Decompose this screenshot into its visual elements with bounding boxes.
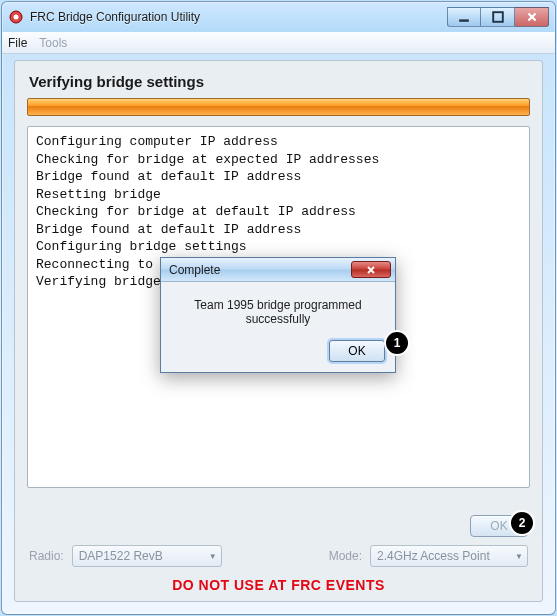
mode-select[interactable]: 2.4GHz Access Point ▼ <box>370 545 528 567</box>
complete-dialog: Complete Team 1995 bridge programmed suc… <box>160 257 396 373</box>
menu-file[interactable]: File <box>8 36 27 50</box>
dialog-ok-button[interactable]: OK <box>329 340 385 362</box>
app-window: FRC Bridge Configuration Utility File To… <box>1 1 556 615</box>
dialog-actions: OK <box>161 334 395 372</box>
ok-button-label: OK <box>490 519 507 533</box>
dialog-titlebar: Complete <box>161 258 395 282</box>
window-title: FRC Bridge Configuration Utility <box>30 10 447 24</box>
menubar: File Tools <box>2 32 555 54</box>
mode-value: 2.4GHz Access Point <box>377 549 490 563</box>
page-heading: Verifying bridge settings <box>29 73 530 90</box>
dialog-close-button[interactable] <box>351 261 391 278</box>
close-button[interactable] <box>515 7 549 27</box>
svg-point-1 <box>14 15 19 20</box>
radio-value: DAP1522 RevB <box>79 549 163 563</box>
window-buttons <box>447 7 549 27</box>
annotation-1: 1 <box>386 332 408 354</box>
dialog-title: Complete <box>169 263 351 277</box>
radio-select[interactable]: DAP1522 RevB ▼ <box>72 545 222 567</box>
maximize-button[interactable] <box>481 7 515 27</box>
progress-bar <box>27 98 530 116</box>
radio-label: Radio: <box>29 549 64 563</box>
dialog-ok-label: OK <box>348 344 365 358</box>
menu-tools[interactable]: Tools <box>39 36 67 50</box>
titlebar: FRC Bridge Configuration Utility <box>2 2 555 32</box>
chevron-down-icon: ▼ <box>209 552 217 561</box>
warning-text: DO NOT USE AT FRC EVENTS <box>15 577 542 593</box>
bottom-row: Radio: DAP1522 RevB ▼ Mode: 2.4GHz Acces… <box>29 545 528 567</box>
chevron-down-icon: ▼ <box>515 552 523 561</box>
annotation-2: 2 <box>511 512 533 534</box>
app-icon <box>8 9 24 25</box>
mode-label: Mode: <box>329 549 362 563</box>
minimize-button[interactable] <box>447 7 481 27</box>
svg-rect-3 <box>493 12 503 22</box>
svg-rect-2 <box>459 19 469 21</box>
dialog-message: Team 1995 bridge programmed successfully <box>161 282 395 334</box>
